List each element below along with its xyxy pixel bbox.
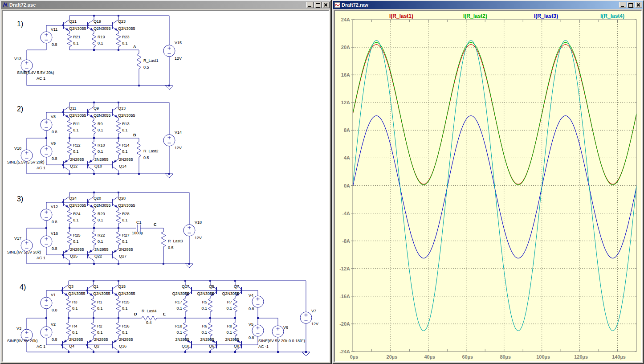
waveform-icon <box>334 2 340 8</box>
junction-dot <box>86 344 88 346</box>
component-label: 0.1 <box>176 306 182 311</box>
component-label: Q22 <box>94 254 102 258</box>
resistor-symbol <box>208 323 212 336</box>
component-label: 0.1 <box>73 149 79 154</box>
component-label: 2N2955 <box>119 157 133 162</box>
maximize-button[interactable] <box>314 2 322 8</box>
component-label: 0.1 <box>73 218 79 222</box>
component-label: R11 <box>73 122 80 126</box>
schematic-canvas-container: 1)Q21Q2N3055Q19Q2N3055Q23Q2N3055R210.1R1… <box>2 10 330 362</box>
junction-dot <box>69 227 70 229</box>
component-label: R1 <box>97 300 102 304</box>
junction-dot <box>45 137 47 139</box>
component-label: 0.8 <box>52 246 57 251</box>
component-label: Q2N3055 <box>197 291 214 296</box>
component-label: V17 <box>14 236 21 241</box>
component-label: R4 <box>72 324 77 328</box>
npn-transistor-symbol <box>112 106 118 118</box>
component-label: 0.8 <box>249 335 254 340</box>
junction-dot <box>118 280 119 282</box>
close-button[interactable] <box>635 2 642 8</box>
voltage-source-symbol <box>21 60 33 71</box>
component-label: V4 <box>249 293 253 298</box>
component-label: Q10 <box>94 164 102 168</box>
plot-pane-container: 24A20A16A12A8A4A0A-4A-8A-12A-16A-20A-24A… <box>334 10 642 362</box>
resistor-symbol <box>91 323 96 336</box>
component-label: 0.1 <box>226 330 232 335</box>
legend-label[interactable]: I(R_last3) <box>534 13 558 19</box>
component-label: V12 <box>51 204 58 209</box>
component-label: 2N2955 <box>94 247 109 252</box>
legend-label[interactable]: I(R_last1) <box>389 13 413 19</box>
y-axis-tick-label: -8A <box>342 238 350 244</box>
component-label: Q2N3055 <box>172 291 189 296</box>
junction-dot <box>93 351 94 353</box>
junction-dot <box>118 192 119 193</box>
component-label: 0.1 <box>73 239 79 244</box>
junction-dot <box>62 164 64 166</box>
junction-dot <box>93 49 95 51</box>
junction-dot <box>305 351 307 353</box>
junction-dot <box>118 227 119 229</box>
component-label: Q2 <box>94 344 99 348</box>
junction-dot <box>87 25 89 26</box>
legend-label[interactable]: I(R_last2) <box>463 13 487 19</box>
component-label: R25 <box>73 233 81 237</box>
junction-dot <box>234 317 236 319</box>
trace <box>353 42 636 185</box>
minimize-button[interactable] <box>619 2 626 8</box>
junction-dot <box>216 290 217 291</box>
ltspice-schematic-icon <box>2 2 8 8</box>
circuit-number: 4) <box>20 283 26 291</box>
resistor-symbol <box>233 299 237 312</box>
voltage-source-symbol <box>252 325 264 336</box>
component-label: 12V <box>175 56 182 61</box>
component-label: Q7 <box>234 284 239 289</box>
x-axis-tick-label: 0µs <box>350 354 359 360</box>
component-label: Q24 <box>69 196 77 200</box>
component-label: AC 1 <box>37 76 45 81</box>
component-label: R19 <box>98 35 105 39</box>
component-label: V15 <box>175 41 182 45</box>
component-label: 0.1 <box>97 306 103 311</box>
component-label: SINE(5.5V 5.5V 20k) <box>7 160 45 164</box>
schematic-canvas[interactable]: 1)Q21Q2N3055Q19Q2N3055Q23Q2N3055R210.1R1… <box>3 11 330 362</box>
component-label: Q2N3055 <box>94 203 111 208</box>
waveform-window-titlebar[interactable]: Draft72.raw <box>333 1 643 9</box>
component-label: 0.8 <box>52 308 57 312</box>
junction-dot <box>118 317 119 319</box>
resistor-symbol <box>67 120 72 134</box>
minimize-button[interactable] <box>306 2 314 8</box>
legend-label[interactable]: I(R_last4) <box>600 13 624 19</box>
junction-dot <box>62 254 64 256</box>
y-axis-tick-label: 24A <box>341 17 350 22</box>
schematic-window-titlebar[interactable]: Draft72.asc <box>1 1 330 9</box>
junction-dot <box>184 280 186 282</box>
junction-dot <box>184 317 186 319</box>
y-axis-tick-label: 4A <box>344 155 350 160</box>
component-label: 0.8 <box>52 220 57 224</box>
component-label: Q2N3055 <box>94 26 111 31</box>
junction-dot <box>45 227 47 229</box>
junction-dot <box>87 201 89 203</box>
component-label: 12V <box>195 236 202 240</box>
resistor-symbol <box>116 33 121 47</box>
junction-dot <box>61 290 63 291</box>
voltage-source-symbol <box>41 209 52 221</box>
junction-dot <box>168 173 170 175</box>
window-title: Draft72.asc <box>9 2 36 8</box>
x-axis-tick-label: 100µs <box>536 354 550 360</box>
waveform-plot[interactable]: 24A20A16A12A8A4A0A-4A-8A-12A-16A-20A-24A… <box>335 11 642 362</box>
component-label: R18 <box>175 324 182 328</box>
junction-dot <box>240 290 242 291</box>
resistor-symbol <box>67 210 72 224</box>
component-label: 2N2955 <box>119 247 133 252</box>
maximize-button[interactable] <box>627 2 634 8</box>
resistor-symbol <box>92 142 96 155</box>
component-label: R15 <box>122 300 130 304</box>
close-button[interactable] <box>322 2 330 8</box>
component-label: 0.5 <box>168 245 174 250</box>
circuit-number: 3) <box>17 195 23 203</box>
component-label: SINE(5.4V 5.5V 20k) <box>17 70 54 75</box>
y-axis-tick-label: -16A <box>339 294 350 299</box>
